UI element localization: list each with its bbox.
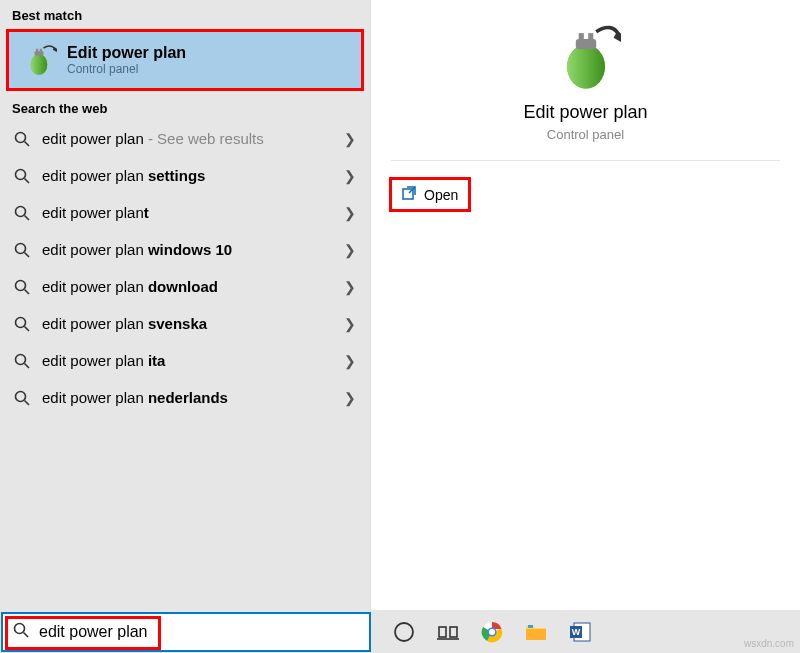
svg-line-15 bbox=[25, 289, 30, 294]
web-result-item[interactable]: edit power plan svenska ❯ bbox=[0, 305, 370, 342]
web-result-label: edit power plan svenska bbox=[42, 315, 344, 332]
svg-rect-38 bbox=[526, 629, 546, 640]
search-icon bbox=[13, 622, 29, 642]
web-result-item[interactable]: edit power plan windows 10 ❯ bbox=[0, 231, 370, 268]
svg-rect-39 bbox=[528, 625, 533, 628]
svg-point-20 bbox=[16, 391, 26, 401]
svg-line-17 bbox=[25, 326, 30, 331]
svg-line-19 bbox=[25, 363, 30, 368]
battery-icon bbox=[21, 42, 57, 78]
svg-line-13 bbox=[25, 252, 30, 257]
svg-point-14 bbox=[16, 280, 26, 290]
web-result-label: edit power plan nederlands bbox=[42, 389, 344, 406]
search-box[interactable] bbox=[1, 612, 371, 652]
chevron-right-icon: ❯ bbox=[344, 316, 356, 332]
svg-line-11 bbox=[25, 215, 30, 220]
web-result-label: edit power plant bbox=[42, 204, 344, 221]
svg-line-9 bbox=[25, 178, 30, 183]
search-input[interactable] bbox=[39, 623, 369, 641]
svg-point-23 bbox=[567, 45, 605, 89]
svg-rect-26 bbox=[588, 33, 593, 40]
chevron-right-icon: ❯ bbox=[344, 242, 356, 258]
chevron-right-icon: ❯ bbox=[344, 131, 356, 147]
svg-rect-4 bbox=[40, 49, 42, 52]
web-result-item[interactable]: edit power plan download ❯ bbox=[0, 268, 370, 305]
search-icon bbox=[14, 242, 30, 258]
watermark: wsxdn.com bbox=[744, 638, 794, 649]
web-result-label: edit power plan windows 10 bbox=[42, 241, 344, 258]
web-result-item[interactable]: edit power plan ita ❯ bbox=[0, 342, 370, 379]
web-result-label: edit power plan settings bbox=[42, 167, 344, 184]
file-explorer-icon[interactable] bbox=[525, 621, 547, 643]
best-match-header: Best match bbox=[0, 0, 370, 27]
svg-line-7 bbox=[25, 141, 30, 146]
divider bbox=[391, 160, 780, 161]
web-result-item[interactable]: edit power plant ❯ bbox=[0, 194, 370, 231]
best-match-title: Edit power plan bbox=[67, 44, 186, 62]
cortana-icon[interactable] bbox=[393, 621, 415, 643]
detail-panel: Edit power plan Control panel Open bbox=[370, 0, 800, 610]
web-result-label: edit power plan download bbox=[42, 278, 344, 295]
word-icon[interactable]: W bbox=[569, 621, 591, 643]
chrome-icon[interactable] bbox=[481, 621, 503, 643]
search-icon bbox=[14, 205, 30, 221]
chevron-right-icon: ❯ bbox=[344, 279, 356, 295]
svg-point-16 bbox=[16, 317, 26, 327]
search-icon bbox=[14, 131, 30, 147]
search-web-header: Search the web bbox=[0, 93, 370, 120]
svg-rect-24 bbox=[575, 39, 595, 49]
search-icon bbox=[14, 353, 30, 369]
detail-title: Edit power plan bbox=[523, 102, 647, 123]
svg-point-18 bbox=[16, 354, 26, 364]
svg-point-29 bbox=[15, 623, 25, 633]
svg-text:W: W bbox=[572, 627, 581, 637]
best-match-subtitle: Control panel bbox=[67, 62, 186, 76]
svg-point-1 bbox=[31, 54, 48, 75]
svg-point-6 bbox=[16, 132, 26, 142]
best-match-result[interactable]: Edit power plan Control panel bbox=[6, 29, 364, 91]
svg-rect-33 bbox=[450, 627, 457, 637]
search-icon bbox=[14, 390, 30, 406]
detail-subtitle: Control panel bbox=[547, 127, 624, 142]
taskbar: W bbox=[0, 610, 800, 653]
web-result-item[interactable]: edit power plan settings ❯ bbox=[0, 157, 370, 194]
open-icon bbox=[402, 186, 416, 203]
web-result-label: edit power plan ita bbox=[42, 352, 344, 369]
svg-point-8 bbox=[16, 169, 26, 179]
chevron-right-icon: ❯ bbox=[344, 390, 356, 406]
svg-line-30 bbox=[24, 632, 29, 637]
task-view-icon[interactable] bbox=[437, 621, 459, 643]
svg-line-21 bbox=[25, 400, 30, 405]
svg-rect-3 bbox=[36, 49, 38, 52]
open-button[interactable]: Open bbox=[389, 177, 471, 212]
chevron-right-icon: ❯ bbox=[344, 353, 356, 369]
search-icon bbox=[14, 316, 30, 332]
web-result-item[interactable]: edit power plan - See web results ❯ bbox=[0, 120, 370, 157]
svg-point-10 bbox=[16, 206, 26, 216]
search-results-panel: Best match Edit power plan Control panel bbox=[0, 0, 370, 610]
svg-point-12 bbox=[16, 243, 26, 253]
web-result-item[interactable]: edit power plan nederlands ❯ bbox=[0, 379, 370, 416]
open-label: Open bbox=[424, 187, 458, 203]
chevron-right-icon: ❯ bbox=[344, 168, 356, 184]
svg-rect-32 bbox=[439, 627, 446, 637]
svg-rect-2 bbox=[35, 51, 44, 56]
svg-point-37 bbox=[489, 629, 495, 635]
search-icon bbox=[14, 168, 30, 184]
chevron-right-icon: ❯ bbox=[344, 205, 356, 221]
svg-point-31 bbox=[395, 623, 413, 641]
svg-rect-27 bbox=[613, 31, 620, 42]
search-icon bbox=[14, 279, 30, 295]
svg-rect-25 bbox=[578, 33, 583, 40]
battery-icon bbox=[551, 20, 621, 90]
web-results-list: edit power plan - See web results ❯ edit… bbox=[0, 120, 370, 610]
web-result-label: edit power plan - See web results bbox=[42, 130, 344, 147]
